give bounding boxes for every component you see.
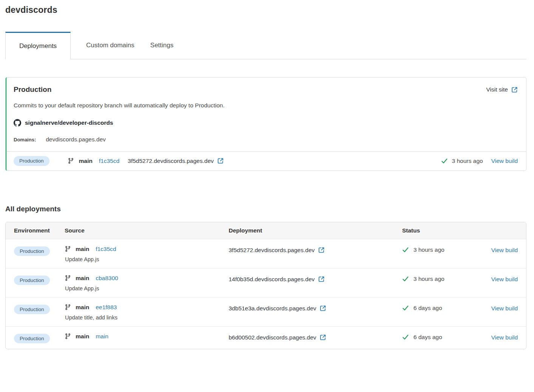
deployment-time: 6 days ago — [413, 334, 442, 341]
commit-link[interactable]: cba8300 — [96, 275, 118, 282]
deployments-table-header: Environment Source Deployment Status — [6, 222, 526, 239]
commit-link[interactable]: ee1f883 — [96, 304, 117, 311]
check-icon — [402, 246, 409, 253]
column-header-environment: Environment — [14, 227, 65, 234]
check-icon — [402, 305, 409, 311]
check-icon — [402, 334, 409, 341]
branch-name: main — [76, 333, 89, 340]
column-header-deployment: Deployment — [229, 227, 402, 234]
production-card-description: Commits to your default repository branc… — [14, 102, 518, 109]
page-title: devdiscords — [5, 5, 526, 15]
deployment-url: 3f5d5272.devdiscords.pages.dev — [128, 158, 214, 164]
branch-name: main — [76, 304, 89, 311]
domains-value: devdiscords.pages.dev — [46, 136, 106, 143]
git-branch-icon — [65, 304, 71, 310]
deployments-table: Environment Source Deployment Status Pro… — [5, 222, 526, 350]
visit-site-link[interactable]: Visit site — [486, 86, 518, 93]
deployment-status: 6 days ago — [402, 304, 485, 311]
git-branch-icon — [65, 333, 71, 339]
view-build-link[interactable]: View build — [491, 305, 518, 311]
tab-settings[interactable]: Settings — [142, 32, 181, 59]
commit-message: Update title, add links — [65, 315, 229, 321]
production-deployment-row: Production main f1c35cd 3f5d5272.devdisc… — [7, 151, 526, 170]
production-card: Production Visit site Commits to your de… — [5, 77, 526, 171]
branch-name: main — [79, 158, 93, 164]
deployment-time: 6 days ago — [413, 305, 442, 311]
all-deployments-heading: All deployments — [5, 205, 526, 213]
deployment-url: b6d00502.devdiscords.pages.dev — [229, 334, 316, 341]
deployment-url-link[interactable]: 3f5d5272.devdiscords.pages.dev — [128, 158, 224, 164]
tab-bar: Deployments Custom domains Settings — [5, 32, 526, 59]
commit-link[interactable]: main — [96, 333, 108, 340]
deployment-status: 3 hours ago — [402, 275, 485, 282]
git-branch-icon — [68, 158, 74, 164]
column-header-status: Status — [402, 227, 485, 234]
repo-name: signalnerve/developer-discords — [25, 119, 113, 126]
commit-message: Update App.js — [65, 285, 229, 291]
external-link-icon — [320, 334, 326, 341]
table-row: Production main ee1f883 Update title, ad… — [6, 297, 526, 326]
table-row: Production main cba8300 Update App.js 14… — [6, 268, 526, 297]
deployment-url-link[interactable]: 3db51e3a.devdiscords.pages.dev — [229, 305, 326, 312]
check-icon — [441, 158, 448, 164]
column-header-source: Source — [65, 227, 229, 234]
deployment-url: 3f5d5272.devdiscords.pages.dev — [229, 247, 315, 254]
table-row: Production main main b6d00502.devdiscord… — [6, 326, 526, 349]
external-link-icon — [318, 247, 325, 253]
branch-name: main — [76, 246, 89, 253]
deployment-url-link[interactable]: b6d00502.devdiscords.pages.dev — [229, 334, 326, 341]
deployment-url: 14f0b35d.devdiscords.pages.dev — [229, 276, 315, 283]
external-link-icon — [320, 305, 326, 311]
environment-badge: Production — [14, 246, 50, 256]
tab-custom-domains[interactable]: Custom domains — [78, 32, 142, 59]
commit-link[interactable]: f1c35cd — [99, 158, 119, 164]
branch-name: main — [76, 275, 89, 282]
external-link-icon — [318, 276, 325, 282]
deployment-status: 3 hours ago — [441, 158, 483, 164]
environment-badge: Production — [14, 276, 50, 285]
environment-badge: Production — [14, 334, 50, 344]
view-build-link[interactable]: View build — [491, 334, 518, 341]
environment-badge: Production — [14, 305, 50, 315]
domains-label: Domains: — [14, 137, 36, 143]
deployment-time: 3 hours ago — [413, 246, 444, 253]
table-row: Production main f1c35cd Update App.js 3f… — [6, 239, 526, 268]
deployment-url: 3db51e3a.devdiscords.pages.dev — [229, 305, 316, 312]
external-link-icon — [511, 87, 518, 93]
production-card-title: Production — [14, 85, 51, 94]
check-icon — [402, 276, 409, 282]
github-icon — [14, 119, 21, 127]
deployment-url-link[interactable]: 14f0b35d.devdiscords.pages.dev — [229, 276, 325, 283]
view-build-link[interactable]: View build — [491, 158, 518, 164]
commit-message: Update App.js — [65, 256, 229, 262]
visit-site-label: Visit site — [486, 86, 508, 93]
git-branch-icon — [65, 275, 71, 281]
environment-badge: Production — [14, 156, 50, 166]
view-build-link[interactable]: View build — [491, 276, 518, 282]
view-build-link[interactable]: View build — [491, 247, 518, 253]
commit-link[interactable]: f1c35cd — [96, 246, 116, 253]
deployment-url-link[interactable]: 3f5d5272.devdiscords.pages.dev — [229, 247, 325, 254]
deployment-time: 3 hours ago — [413, 276, 444, 282]
tab-deployments[interactable]: Deployments — [5, 32, 71, 59]
deployment-status: 3 hours ago — [402, 246, 485, 253]
external-link-icon — [217, 158, 224, 164]
deployment-time: 3 hours ago — [452, 158, 483, 164]
git-branch-icon — [65, 246, 71, 252]
pages-project-page: devdiscords Deployments Custom domains S… — [0, 0, 534, 349]
deployment-status: 6 days ago — [402, 333, 485, 341]
